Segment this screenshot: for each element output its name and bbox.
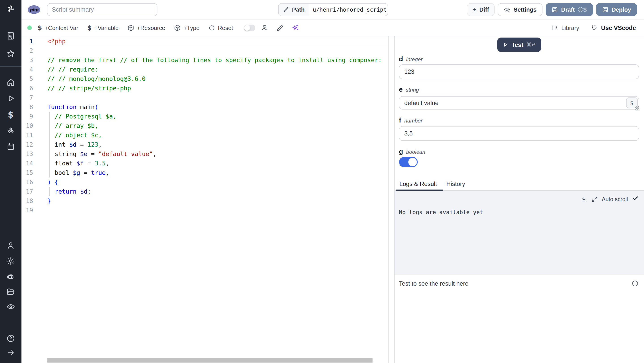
add-context-var-label: +Context Var bbox=[45, 24, 78, 31]
sidebar-item-schedules[interactable] bbox=[6, 142, 15, 151]
draft-label: Draft bbox=[561, 6, 575, 13]
draft-button[interactable]: Draft ⌘S bbox=[546, 3, 593, 16]
field-input-d[interactable] bbox=[399, 64, 639, 79]
info-icon[interactable] bbox=[632, 280, 639, 287]
expand-logs-icon[interactable] bbox=[591, 196, 598, 203]
sidebar-item-workers[interactable] bbox=[6, 272, 15, 281]
help-icon[interactable] bbox=[6, 334, 15, 343]
settings-button[interactable]: Settings bbox=[498, 3, 542, 16]
result-placeholder-text: Test to see the result here bbox=[399, 280, 468, 287]
diff-icon: ± bbox=[472, 6, 476, 13]
code-editor[interactable]: 12345678910111213141516171819 <?php // r… bbox=[22, 36, 389, 363]
line-number: 4 bbox=[22, 65, 33, 74]
diff-button[interactable]: ± Diff bbox=[467, 3, 495, 16]
save-icon bbox=[602, 6, 608, 13]
workspace-icon[interactable] bbox=[6, 31, 15, 40]
reset-button[interactable]: Reset bbox=[208, 24, 233, 31]
code-line[interactable]: int $d = 123, bbox=[48, 140, 388, 149]
format-brush-icon[interactable] bbox=[275, 23, 285, 33]
autoscroll-label[interactable]: Auto scroll bbox=[602, 196, 628, 202]
dollar-icon: $ bbox=[87, 24, 92, 31]
code-line[interactable]: return $d; bbox=[48, 187, 388, 196]
code-line[interactable] bbox=[48, 93, 388, 102]
code-line[interactable]: bool $g = true, bbox=[48, 168, 388, 177]
download-logs-icon[interactable] bbox=[580, 196, 587, 203]
field-type: boolean bbox=[406, 149, 425, 155]
code-line[interactable]: string $e = "default value", bbox=[48, 149, 388, 159]
sidebar-item-folders[interactable] bbox=[6, 287, 15, 296]
line-number: 2 bbox=[22, 46, 33, 55]
tab-history[interactable]: History bbox=[443, 181, 471, 190]
add-resource-button[interactable]: +Resource bbox=[128, 24, 165, 31]
result-panel: Test to see the result here bbox=[395, 274, 644, 363]
code-line[interactable]: ) { bbox=[48, 177, 388, 187]
add-type-label: +Type bbox=[184, 24, 200, 31]
multiplayer-users-icon[interactable] bbox=[260, 23, 270, 33]
code-line[interactable]: // // require: bbox=[48, 65, 388, 74]
sidebar-item-audit-eye[interactable] bbox=[6, 302, 15, 311]
code-line[interactable]: // remove the first // of the following … bbox=[48, 55, 388, 65]
editor-scrollbar-track[interactable] bbox=[389, 36, 395, 363]
use-vscode-button[interactable]: Use VScode bbox=[591, 24, 636, 31]
script-summary-input[interactable] bbox=[47, 3, 158, 16]
field-input-f[interactable] bbox=[399, 126, 639, 141]
test-shortcut: ⌘↵ bbox=[526, 41, 536, 48]
code-line[interactable] bbox=[48, 206, 388, 215]
resize-handle[interactable] bbox=[635, 106, 639, 110]
code-line[interactable]: function main( bbox=[48, 102, 388, 112]
field-label-f: f number bbox=[399, 116, 639, 124]
toggle-knob bbox=[408, 158, 417, 166]
line-number: 13 bbox=[22, 149, 33, 159]
sidebar-item-resources[interactable] bbox=[6, 126, 15, 135]
edit-path-button[interactable]: Path bbox=[278, 3, 308, 16]
code-line[interactable]: <?php bbox=[48, 37, 388, 46]
line-number: 16 bbox=[22, 177, 33, 187]
library-button[interactable]: Library bbox=[552, 24, 579, 31]
ai-sparkles-icon[interactable] bbox=[290, 23, 300, 33]
field-input-e[interactable]: default value $ bbox=[399, 96, 639, 109]
boolean-toggle-g[interactable] bbox=[399, 157, 418, 167]
deploy-button[interactable]: Deploy bbox=[596, 3, 637, 16]
add-variable-button[interactable]: $ +Variable bbox=[87, 24, 118, 31]
logs-empty-message: No logs are available yet bbox=[399, 209, 483, 215]
multiplayer-toggle[interactable] bbox=[244, 24, 255, 31]
code-content[interactable]: <?php // remove the first // of the foll… bbox=[48, 37, 388, 215]
code-line[interactable]: // object $c, bbox=[48, 131, 388, 140]
favorites-star-icon[interactable] bbox=[6, 49, 15, 58]
code-line[interactable]: // // stripe/stripe-php bbox=[48, 84, 388, 93]
expand-sidebar-arrow-icon[interactable] bbox=[6, 348, 15, 357]
horizontal-scrollbar[interactable] bbox=[48, 358, 372, 363]
add-type-button[interactable]: +Type bbox=[174, 24, 200, 31]
code-line[interactable]: // // monolog/monolog@3.6.0 bbox=[48, 74, 388, 84]
sidebar-item-account[interactable] bbox=[6, 241, 15, 250]
line-number: 9 bbox=[22, 112, 33, 121]
line-number: 10 bbox=[22, 121, 33, 131]
sidebar-item-runs[interactable] bbox=[6, 94, 15, 103]
add-context-var-button[interactable]: $ +Context Var bbox=[38, 24, 78, 31]
code-line[interactable]: float $f = 3.5, bbox=[48, 159, 388, 168]
test-button[interactable]: Test ⌘↵ bbox=[497, 37, 541, 52]
code-line[interactable]: } bbox=[48, 196, 388, 206]
code-line[interactable]: // Postgresql $a, bbox=[48, 112, 388, 121]
language-badge-php: php bbox=[28, 5, 40, 14]
library-icon bbox=[552, 24, 558, 31]
line-number-gutter: 12345678910111213141516171819 bbox=[22, 37, 33, 215]
script-path[interactable]: Path u/henri/honored_script bbox=[278, 3, 388, 16]
sidebar-item-home[interactable] bbox=[6, 78, 15, 87]
line-number: 17 bbox=[22, 187, 33, 196]
line-number: 3 bbox=[22, 55, 33, 65]
package-icon bbox=[128, 24, 134, 31]
tab-logs-result[interactable]: Logs & Result bbox=[396, 181, 443, 190]
code-line[interactable] bbox=[48, 46, 388, 55]
indent-guide bbox=[49, 187, 50, 196]
vscode-cat-icon bbox=[591, 24, 598, 31]
sidebar-item-settings[interactable] bbox=[6, 257, 15, 266]
logs-panel: Auto scroll No logs are available yet bbox=[395, 191, 644, 274]
autoscroll-checkbox[interactable] bbox=[632, 195, 639, 203]
field-label-e: e string bbox=[399, 85, 639, 93]
windmill-logo[interactable] bbox=[6, 4, 15, 13]
code-line[interactable]: // array $b, bbox=[48, 121, 388, 131]
field-name: f bbox=[399, 116, 401, 124]
sidebar-item-variables[interactable]: $ bbox=[6, 110, 15, 119]
path-label: Path bbox=[292, 6, 304, 13]
